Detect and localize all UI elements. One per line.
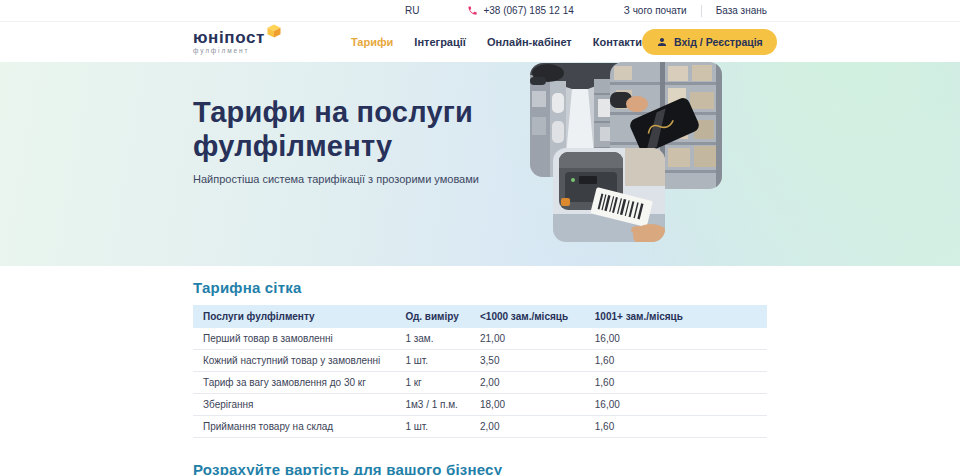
login-register-button[interactable]: Вхід / Реєстрація <box>642 29 777 55</box>
language-switcher[interactable]: RU <box>405 5 419 16</box>
phone-link[interactable]: +38 (067) 185 12 14 <box>467 5 573 16</box>
main-nav: Тарифи Інтеграції Онлайн-кабінет Контакт… <box>351 36 642 48</box>
top-utility-bar: RU +38 (067) 185 12 14 З чого почати Баз… <box>0 0 960 22</box>
table-row: Приймання товару на склад 1 шт. 2,00 1,6… <box>193 416 767 438</box>
unit-value: 1 шт. <box>405 350 480 372</box>
table-row: Зберігання 1м3 / 1 п.м. 18,00 16,00 <box>193 394 767 416</box>
logo[interactable]: юніпост фулфілмент <box>193 29 279 55</box>
topbar-divider <box>701 5 702 17</box>
hero-subtitle: Найпростіша система тарифікації з прозор… <box>193 173 533 185</box>
nav-tab-integrations[interactable]: Інтеграції <box>414 36 466 48</box>
service-name: Кожний наступний товар у замовленні <box>193 350 405 372</box>
login-register-label: Вхід / Реєстрація <box>674 36 763 48</box>
price-under-1000: 18,00 <box>480 394 595 416</box>
phone-number: +38 (067) 185 12 14 <box>483 5 573 16</box>
service-name: Зберігання <box>193 394 405 416</box>
page-title: Тарифи на послугифулфілменту <box>193 96 533 163</box>
price-over-1001: 1,60 <box>595 372 767 394</box>
user-icon <box>656 36 668 48</box>
price-under-1000: 2,00 <box>480 416 595 438</box>
nav-tab-tarify[interactable]: Тарифи <box>351 36 393 48</box>
nav-tab-online-cabinet[interactable]: Онлайн-кабінет <box>487 36 572 48</box>
unit-value: 1 кг <box>405 372 480 394</box>
phone-icon <box>467 5 478 16</box>
nav-tab-contacts[interactable]: Контакти <box>593 36 642 48</box>
price-under-1000: 3,50 <box>480 350 595 372</box>
logo-tagline: фулфілмент <box>193 48 265 55</box>
price-over-1001: 16,00 <box>595 328 767 350</box>
pricing-table: Послуги фулфілменту Од. виміру <1000 зам… <box>193 305 767 438</box>
cube-logo-icon <box>267 24 281 38</box>
column-header-over-1001: 1001+ зам./місяць <box>595 305 767 328</box>
price-over-1001: 16,00 <box>595 394 767 416</box>
unit-value: 1 шт. <box>405 416 480 438</box>
column-header-unit: Од. виміру <box>405 305 480 328</box>
pricing-section: Тарифна сітка Послуги фулфілменту Од. ви… <box>193 279 767 475</box>
price-over-1001: 1,60 <box>595 416 767 438</box>
price-under-1000: 2,00 <box>480 372 595 394</box>
main-navbar: юніпост фулфілмент Тарифи Інтеграції Онл… <box>0 22 960 62</box>
hero-section: Тарифи на послугифулфілменту Найпростіша… <box>0 62 960 266</box>
service-name: Тариф за вагу замовлення до 30 кг <box>193 372 405 394</box>
hero-text: Тарифи на послугифулфілменту Найпростіша… <box>193 96 533 185</box>
price-over-1001: 1,60 <box>595 350 767 372</box>
hero-photo-label-printer <box>553 148 665 242</box>
column-header-under-1000: <1000 зам./місяць <box>480 305 595 328</box>
pricing-table-header-row: Послуги фулфілменту Од. виміру <1000 зам… <box>193 305 767 328</box>
unit-value: 1м3 / 1 п.м. <box>405 394 480 416</box>
table-row: Перший товар в замовленні 1 зам. 21,00 1… <box>193 328 767 350</box>
calculator-section-title: Розрахуйте вартість для вашого бізнесу <box>193 461 767 475</box>
price-under-1000: 21,00 <box>480 328 595 350</box>
unit-value: 1 зам. <box>405 328 480 350</box>
link-knowledge-base[interactable]: База знань <box>716 5 767 16</box>
column-header-service: Послуги фулфілменту <box>193 305 405 328</box>
logo-name: юніпост <box>193 29 265 46</box>
table-row: Кожний наступний товар у замовленні 1 шт… <box>193 350 767 372</box>
pricing-section-title: Тарифна сітка <box>193 279 767 296</box>
table-row: Тариф за вагу замовлення до 30 кг 1 кг 2… <box>193 372 767 394</box>
page: { "colors": { "navy": "#273159", "accent… <box>0 0 960 475</box>
link-getting-started[interactable]: З чого почати <box>624 5 687 16</box>
service-name: Приймання товару на склад <box>193 416 405 438</box>
service-name: Перший товар в замовленні <box>193 328 405 350</box>
